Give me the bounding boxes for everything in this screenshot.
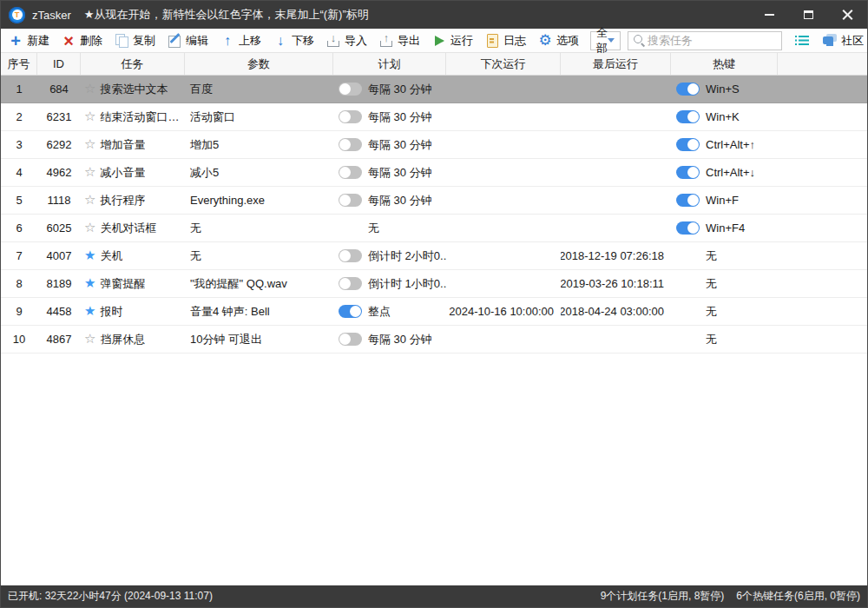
cell-filler	[778, 103, 867, 130]
cell-params: Everything.exe	[185, 187, 333, 214]
column-header-3[interactable]: 参数	[185, 53, 333, 75]
cell-hotkey: Ctrl+Alt+↓	[671, 159, 778, 186]
app-logo-letter: T	[12, 10, 23, 20]
cell-task: ☆关机对话框	[81, 215, 185, 241]
schedule-toggle[interactable]	[339, 277, 362, 290]
cell-last-run: 2019-03-26 10:18:11	[561, 270, 671, 297]
favorite-star-icon[interactable]: ☆	[84, 138, 95, 151]
table-row[interactable]: 1684☆搜索选中文本百度每隔 30 分钟Win+S	[1, 76, 867, 103]
cell-index: 2	[1, 103, 37, 130]
community-button[interactable]: 社区	[822, 33, 864, 49]
schedule-toggle[interactable]	[339, 249, 362, 262]
favorite-star-icon[interactable]: ☆	[84, 333, 95, 346]
schedule-toggle-knob	[339, 167, 351, 178]
import-label: 导入	[345, 33, 367, 49]
hotkey-toggle[interactable]	[676, 110, 700, 123]
schedule-toggle[interactable]	[339, 138, 362, 151]
favorite-star-icon[interactable]: ★	[84, 277, 95, 290]
table-row[interactable]: 94458★报时音量4 钟声: Bell整点2024-10-16 10:00:0…	[1, 298, 867, 326]
hotkey-toggle[interactable]	[676, 194, 700, 207]
cell-id: 6025	[37, 215, 81, 241]
cell-params: 减小5	[185, 159, 333, 186]
schedule-toggle[interactable]	[339, 110, 362, 123]
task-name: 结束活动窗口及...	[100, 109, 185, 125]
cell-last-run: 2018-04-24 03:00:00	[561, 298, 671, 325]
schedule-toggle[interactable]	[339, 305, 362, 318]
delete-button[interactable]: 删除	[61, 33, 102, 49]
cell-last-run	[561, 159, 671, 186]
options-button[interactable]: 选项	[537, 33, 579, 49]
run-button[interactable]: 运行	[431, 33, 473, 49]
schedule-text: 无	[368, 221, 379, 236]
table-row[interactable]: 74007★关机无倒计时 2小时0...2018-12-19 07:26:18无	[1, 242, 867, 270]
title-note: ★从现在开始，新特性会以红色字体，末尾加上“(新)”标明	[84, 7, 369, 23]
down-button[interactable]: 下移	[273, 33, 314, 49]
table-row[interactable]: 104867☆挡屏休息10分钟 可退出每隔 30 分钟无	[1, 326, 867, 354]
column-header-5[interactable]: 下次运行	[446, 53, 561, 75]
log-button[interactable]: 日志	[484, 33, 526, 49]
close-button[interactable]	[828, 1, 867, 29]
cell-index: 6	[1, 215, 37, 241]
schedule-toggle[interactable]	[339, 83, 362, 96]
schedule-text: 每隔 30 分钟	[368, 193, 432, 208]
hotkey-text: 无	[706, 276, 717, 292]
favorite-star-icon[interactable]: ★	[84, 305, 95, 318]
column-header-7[interactable]: 热键	[671, 53, 778, 75]
schedule-text: 每隔 30 分钟	[368, 137, 432, 153]
favorite-star-icon[interactable]: ☆	[84, 221, 95, 235]
table-row[interactable]: 26231☆结束活动窗口及...活动窗口每隔 30 分钟Win+K	[1, 103, 867, 131]
plus-button[interactable]: 新建	[8, 33, 49, 49]
table-row[interactable]: 88189★弹窗提醒"我的提醒" QQ.wav倒计时 1小时0...2019-0…	[1, 270, 867, 298]
cell-schedule: 倒计时 1小时0...	[333, 270, 446, 297]
minimize-button[interactable]	[750, 1, 789, 29]
hotkey-toggle[interactable]	[676, 221, 700, 235]
hotkey-toggle[interactable]	[676, 83, 700, 96]
column-header-4[interactable]: 计划	[333, 53, 446, 75]
column-header-2[interactable]: 任务	[81, 53, 185, 75]
hotkey-toggle[interactable]	[676, 138, 700, 151]
column-header-0[interactable]: 序号	[1, 53, 37, 75]
view-list-button[interactable]	[794, 33, 810, 48]
schedule-toggle[interactable]	[339, 194, 362, 207]
cell-last-run: 2018-12-19 07:26:18	[561, 242, 671, 269]
column-header-1[interactable]: ID	[37, 53, 81, 75]
favorite-star-icon[interactable]: ☆	[84, 110, 95, 123]
column-header-6[interactable]: 最后运行	[561, 53, 671, 75]
filter-dropdown[interactable]: 全部	[590, 31, 621, 50]
cell-id: 6292	[37, 131, 81, 158]
cell-index: 1	[1, 76, 37, 102]
search-input[interactable]	[648, 34, 778, 47]
up-button[interactable]: 上移	[220, 33, 261, 49]
export-button[interactable]: 导出	[378, 33, 420, 49]
table-row[interactable]: 51118☆执行程序Everything.exe每隔 30 分钟Win+F	[1, 187, 867, 215]
schedule-toggle[interactable]	[339, 333, 362, 346]
options-label: 选项	[556, 33, 579, 49]
maximize-button[interactable]	[789, 1, 828, 29]
cell-schedule: 每隔 30 分钟	[333, 103, 446, 130]
cell-params: 活动窗口	[185, 103, 333, 130]
up-icon	[220, 33, 235, 48]
cell-last-run	[561, 326, 671, 353]
favorite-star-icon[interactable]: ★	[84, 249, 95, 262]
hotkey-toggle[interactable]	[676, 166, 700, 179]
table-row[interactable]: 36292☆增加音量增加5每隔 30 分钟Ctrl+Alt+↑	[1, 131, 867, 159]
import-button[interactable]: 导入	[326, 33, 367, 49]
cell-next-run	[446, 242, 561, 269]
schedule-toggle-knob	[339, 195, 351, 206]
run-icon	[431, 33, 447, 48]
table-row[interactable]: 44962☆减小音量减小5每隔 30 分钟Ctrl+Alt+↓	[1, 159, 867, 187]
table-row[interactable]: 66025☆关机对话框无无Win+F4	[1, 215, 867, 242]
schedule-toggle[interactable]	[339, 166, 362, 179]
cell-task: ☆执行程序	[81, 187, 185, 214]
favorite-star-icon[interactable]: ☆	[84, 194, 95, 207]
copy-button[interactable]: 复制	[114, 33, 155, 49]
cell-filler	[778, 76, 867, 102]
schedule-text: 每隔 30 分钟	[368, 109, 432, 125]
favorite-star-icon[interactable]: ☆	[84, 83, 95, 96]
down-label: 下移	[292, 33, 314, 49]
down-icon	[273, 33, 288, 48]
table-body: 1684☆搜索选中文本百度每隔 30 分钟Win+S26231☆结束活动窗口及.…	[1, 76, 867, 585]
cell-params: 10分钟 可退出	[185, 326, 333, 353]
favorite-star-icon[interactable]: ☆	[84, 166, 95, 179]
edit-button[interactable]: 编辑	[167, 33, 208, 49]
